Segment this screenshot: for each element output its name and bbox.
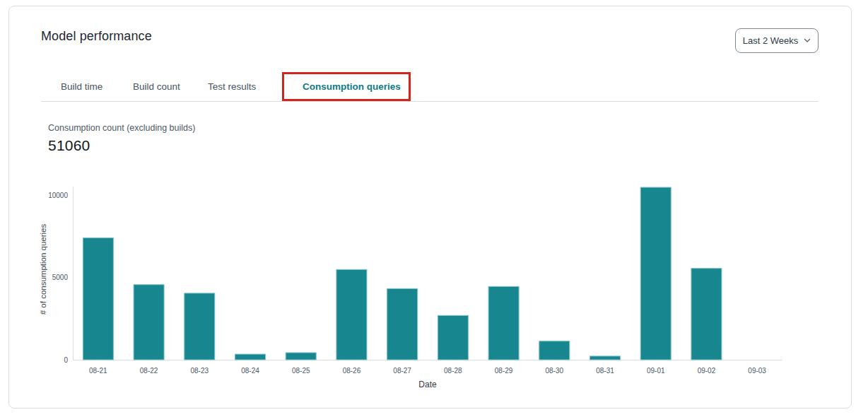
bar-08-22[interactable]: [134, 285, 164, 360]
x-tick-label: 09-02: [698, 367, 716, 375]
x-tick-label: 09-03: [748, 367, 766, 375]
y-tick-label: 0: [64, 356, 68, 364]
bar-08-27[interactable]: [387, 288, 418, 360]
x-tick-label: 08-23: [190, 367, 209, 375]
bar-09-01[interactable]: [640, 187, 671, 360]
x-tick-label: 08-30: [545, 367, 563, 375]
x-tick-label: 09-01: [647, 367, 665, 375]
bar-08-26[interactable]: [336, 269, 367, 360]
bar-08-25[interactable]: [286, 353, 316, 360]
bar-08-21[interactable]: [83, 238, 113, 360]
bar-08-29[interactable]: [488, 286, 519, 360]
x-tick-label: 08-27: [393, 367, 411, 375]
bar-08-24[interactable]: [235, 354, 266, 360]
x-tick-label: 08-24: [241, 367, 259, 375]
model-performance-card: Model performance Last 2 Weeks Build tim…: [8, 6, 852, 409]
y-tick-label: 10000: [48, 192, 68, 199]
x-tick-label: 08-25: [292, 367, 310, 375]
x-tick-label: 08-21: [89, 367, 107, 375]
y-tick-label: 5000: [52, 274, 69, 281]
bar-08-31[interactable]: [590, 356, 621, 360]
y-axis-title: # of consumption queries: [39, 224, 47, 315]
x-axis-title: Date: [418, 380, 437, 389]
x-tick-label: 08-28: [444, 367, 462, 375]
x-tick-label: 08-29: [495, 367, 513, 375]
x-tick-label: 08-26: [343, 367, 361, 375]
consumption-queries-chart: 050001000008-2108-2208-2308-2408-2508-26…: [9, 6, 852, 409]
bar-09-02[interactable]: [691, 269, 722, 360]
bar-08-23[interactable]: [184, 293, 215, 360]
bar-08-28[interactable]: [438, 315, 468, 360]
bar-08-30[interactable]: [539, 341, 570, 360]
x-tick-label: 08-31: [596, 367, 614, 375]
x-tick-label: 08-22: [140, 367, 158, 375]
